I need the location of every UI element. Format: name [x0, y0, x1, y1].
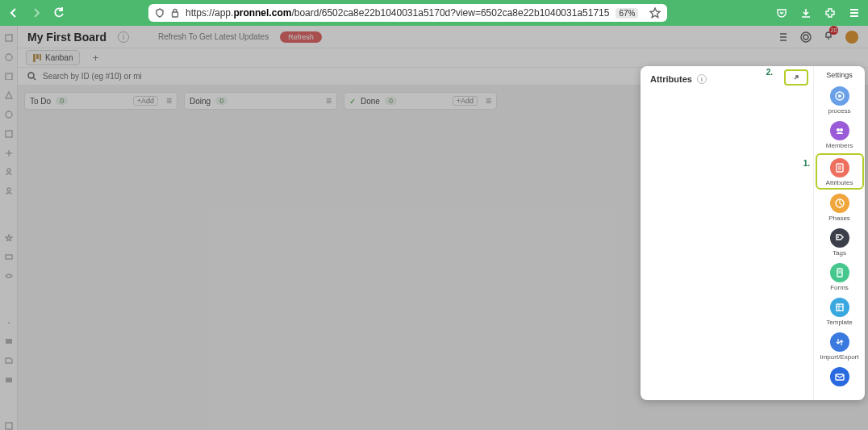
rail-icon[interactable]	[5, 187, 13, 195]
svg-rect-15	[40, 54, 41, 61]
column-menu-icon[interactable]: ≡	[166, 95, 172, 106]
rail-icon[interactable]	[5, 319, 13, 327]
rail-icon[interactable]	[5, 53, 13, 61]
expand-panel-button[interactable]	[784, 69, 808, 86]
tab-label: Kanban	[45, 53, 73, 62]
add-view-button[interactable]: +	[90, 52, 101, 64]
settings-item-members[interactable]: Members	[817, 119, 862, 152]
column-count: 0	[385, 97, 397, 105]
browser-toolbar: https://app.pronnel.com/board/6502ca8e22…	[0, 0, 868, 26]
svg-point-19	[837, 128, 840, 132]
add-card-button[interactable]: +Add	[453, 96, 478, 106]
notification-count: 20	[829, 26, 838, 35]
zoom-badge[interactable]: 67%	[616, 8, 638, 19]
settings-gear-icon[interactable]	[800, 31, 812, 43]
browser-right-icons	[776, 7, 860, 19]
column-header[interactable]: Doing 0 ≡	[184, 92, 337, 110]
rail-icon[interactable]	[5, 272, 13, 280]
tags-icon	[830, 228, 849, 248]
settings-item-attributes[interactable]: Attributes	[816, 153, 864, 190]
forward-icon[interactable]	[31, 7, 42, 19]
kanban-column: Doing 0 ≡	[184, 92, 337, 110]
rail-icon[interactable]	[5, 130, 13, 138]
reload-icon[interactable]	[53, 7, 65, 19]
column-header[interactable]: ✓ Done 0 +Add ≡	[344, 92, 497, 110]
settings-item-import-export[interactable]: Import/Export	[817, 330, 862, 363]
phases-icon	[830, 194, 849, 213]
rail-icon[interactable]	[5, 337, 13, 345]
notifications-button[interactable]: 20	[823, 30, 834, 44]
svg-rect-14	[36, 54, 39, 59]
column-count: 0	[56, 97, 68, 105]
import-export-icon	[830, 332, 849, 352]
column-title: Done	[361, 97, 380, 106]
shield-icon	[155, 8, 165, 18]
extensions-icon[interactable]	[824, 7, 836, 19]
rail-icon[interactable]	[5, 422, 13, 430]
svg-point-16	[28, 73, 34, 78]
svg-point-4	[6, 111, 12, 118]
members-icon	[830, 121, 849, 140]
info-icon[interactable]: i	[697, 74, 707, 84]
rail-icon[interactable]	[5, 168, 13, 176]
settings-item-template[interactable]: Template	[817, 295, 862, 328]
hamburger-menu-icon[interactable]	[849, 7, 860, 19]
rail-icon[interactable]	[5, 91, 13, 99]
panel-body: Attributes i 2. 1.	[641, 66, 813, 400]
settings-item-phases[interactable]: Phases	[817, 191, 862, 224]
rail-icon[interactable]	[5, 73, 13, 81]
bookmark-star-icon[interactable]	[649, 7, 661, 19]
svg-rect-10	[6, 423, 12, 429]
expand-icon	[791, 73, 801, 82]
avatar[interactable]	[845, 31, 858, 44]
settings-heading: Settings	[826, 71, 853, 79]
annotation-2: 2.	[766, 68, 773, 77]
download-icon[interactable]	[800, 7, 812, 19]
rail-icon[interactable]	[5, 111, 13, 119]
svg-point-18	[838, 94, 841, 98]
svg-point-11	[803, 35, 808, 40]
svg-rect-8	[6, 255, 12, 259]
rail-icon[interactable]	[5, 253, 13, 261]
kanban-column: To Do 0 +Add ≡	[24, 92, 177, 110]
column-count: 0	[215, 97, 227, 105]
svg-rect-0	[173, 12, 178, 17]
url-bar[interactable]: https://app.pronnel.com/board/6502ca8e22…	[148, 4, 667, 22]
rail-icon[interactable]	[5, 149, 13, 157]
board-title: My First Board	[27, 31, 106, 44]
settings-item-mail[interactable]	[817, 365, 862, 389]
rail-icon[interactable]	[5, 376, 13, 384]
settings-item-forms[interactable]: Forms	[817, 261, 862, 294]
annotation-1: 1.	[803, 159, 810, 168]
tab-kanban[interactable]: Kanban	[26, 50, 80, 65]
settings-item-tags[interactable]: Tags	[817, 226, 862, 259]
refresh-button[interactable]: Refresh	[280, 31, 322, 43]
kanban-icon	[33, 54, 41, 62]
svg-rect-1	[6, 35, 12, 41]
rail-icon[interactable]	[5, 234, 13, 242]
settings-item-process[interactable]: process	[817, 84, 862, 117]
svg-point-6	[7, 169, 10, 172]
mail-icon	[830, 367, 849, 386]
column-menu-icon[interactable]: ≡	[486, 95, 491, 106]
svg-rect-3	[6, 73, 12, 80]
column-menu-icon[interactable]: ≡	[326, 95, 332, 106]
lock-icon	[171, 8, 179, 18]
view-tabs: Kanban +	[18, 48, 868, 68]
search-input[interactable]	[43, 72, 156, 81]
pocket-icon[interactable]	[776, 7, 787, 19]
info-icon[interactable]: i	[118, 31, 129, 43]
svg-point-23	[837, 236, 839, 238]
column-header[interactable]: To Do 0 +Add ≡	[24, 92, 177, 110]
rail-icon[interactable]	[5, 357, 13, 365]
column-title: To Do	[30, 97, 51, 106]
add-card-button[interactable]: +Add	[133, 96, 158, 106]
attributes-icon	[830, 158, 849, 177]
svg-point-7	[7, 188, 10, 191]
back-icon[interactable]	[8, 7, 19, 19]
svg-point-12	[801, 32, 811, 42]
automation-icon[interactable]	[778, 31, 789, 43]
rail-icon[interactable]	[5, 34, 13, 42]
svg-point-20	[840, 128, 843, 132]
nav-arrow-group	[8, 7, 65, 19]
